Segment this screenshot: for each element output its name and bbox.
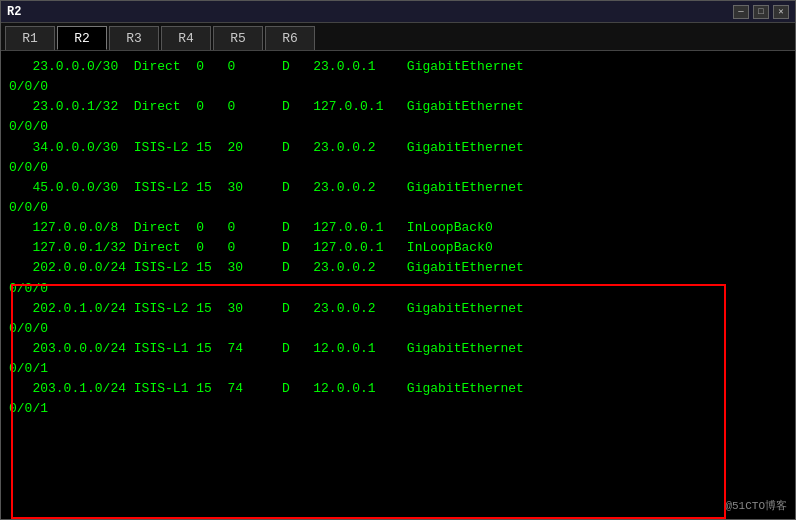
tab-r2[interactable]: R2 [57, 26, 107, 50]
restore-button[interactable]: □ [753, 5, 769, 19]
minimize-button[interactable]: — [733, 5, 749, 19]
main-window: R2 — □ ✕ R1 R2 R3 R4 R5 R6 23.0.0.0/30 D… [0, 0, 796, 520]
watermark: @51CTO博客 [725, 498, 787, 513]
tab-r5[interactable]: R5 [213, 26, 263, 50]
terminal-output: 23.0.0.0/30 Direct 0 0 D 23.0.0.1 Gigabi… [9, 57, 787, 420]
terminal-content: 23.0.0.0/30 Direct 0 0 D 23.0.0.1 Gigabi… [1, 51, 795, 519]
window-controls: — □ ✕ [733, 5, 789, 19]
tab-r3[interactable]: R3 [109, 26, 159, 50]
tab-r1[interactable]: R1 [5, 26, 55, 50]
tab-r4[interactable]: R4 [161, 26, 211, 50]
window-title: R2 [7, 5, 21, 19]
tab-bar: R1 R2 R3 R4 R5 R6 [1, 23, 795, 51]
title-bar: R2 — □ ✕ [1, 1, 795, 23]
tab-r6[interactable]: R6 [265, 26, 315, 50]
close-button[interactable]: ✕ [773, 5, 789, 19]
